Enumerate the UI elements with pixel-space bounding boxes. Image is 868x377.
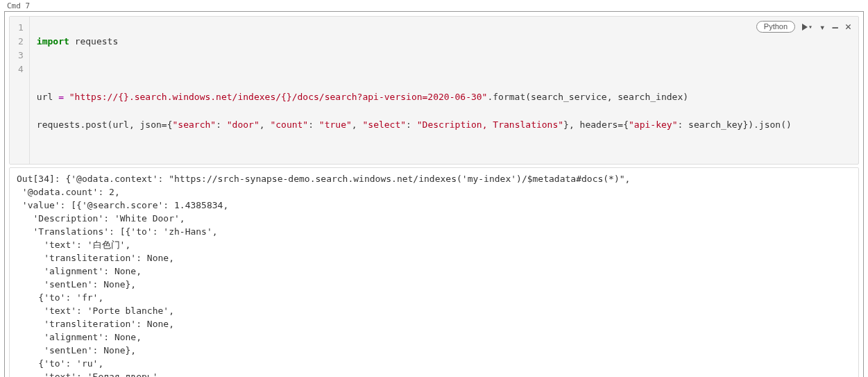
keyword-import: import xyxy=(37,36,69,47)
minimize-icon[interactable]: — xyxy=(833,22,838,32)
colon: : xyxy=(308,119,319,130)
cell-label: Cmd 7 xyxy=(0,0,868,11)
code-input-block[interactable]: Python ▾ ▾ — ✕ 1 2 3 4 import requests u… xyxy=(9,16,859,165)
output-prefix: Out[34]: xyxy=(17,174,65,184)
close-icon[interactable]: ✕ xyxy=(845,22,851,32)
key-search: "search" xyxy=(173,119,216,130)
play-icon xyxy=(802,24,808,31)
key-apikey: "api-key" xyxy=(629,119,677,130)
output-body: {'@odata.context': "https://srch-synapse… xyxy=(17,174,630,377)
code-editor[interactable]: import requests url = "https://{}.search… xyxy=(30,17,797,164)
code-lines: 1 2 3 4 import requests url = "https://{… xyxy=(10,17,858,164)
output-block[interactable]: Out[34]: {'@odata.context': "https://src… xyxy=(9,167,859,377)
colon: : xyxy=(406,119,417,130)
cell-frame: Python ▾ ▾ — ✕ 1 2 3 4 import requests u… xyxy=(4,11,864,377)
run-cell-icon[interactable]: ▾ xyxy=(802,23,812,31)
key-select: "select" xyxy=(362,119,406,130)
string-url: "https://{}.search.windows.net/indexes/{… xyxy=(69,92,488,102)
comma: , xyxy=(259,119,271,130)
op-eq: = xyxy=(58,92,64,102)
chevron-down-icon: ▾ xyxy=(808,23,812,31)
val-select: "Description, Translations" xyxy=(417,119,563,130)
module-name: requests xyxy=(75,36,119,47)
var-url: url xyxy=(37,92,53,102)
post-call: requests.post(url, json={ xyxy=(37,119,173,130)
notebook-cell-container: Cmd 7 Python ▾ ▾ — ✕ 1 2 3 4 import requ… xyxy=(0,0,868,377)
line-number: 2 xyxy=(18,35,24,49)
format-call: .format(search_service, search_index) xyxy=(487,92,688,102)
val-door: "door" xyxy=(227,119,259,130)
line-number: 4 xyxy=(18,62,24,76)
chevron-down-collapse-icon[interactable]: ▾ xyxy=(819,22,825,32)
val-apikey: : search_key}).json() xyxy=(677,119,791,130)
line-number-gutter: 1 2 3 4 xyxy=(10,17,30,164)
close-json: }, headers={ xyxy=(563,119,629,130)
val-true: "true" xyxy=(319,119,352,130)
language-pill[interactable]: Python xyxy=(756,21,795,33)
comma: , xyxy=(352,119,363,130)
key-count: "count" xyxy=(270,119,308,130)
colon: : xyxy=(216,119,227,130)
line-number: 1 xyxy=(18,21,24,35)
line-number: 3 xyxy=(18,49,24,62)
code-toolbar: Python ▾ ▾ — ✕ xyxy=(756,21,851,33)
